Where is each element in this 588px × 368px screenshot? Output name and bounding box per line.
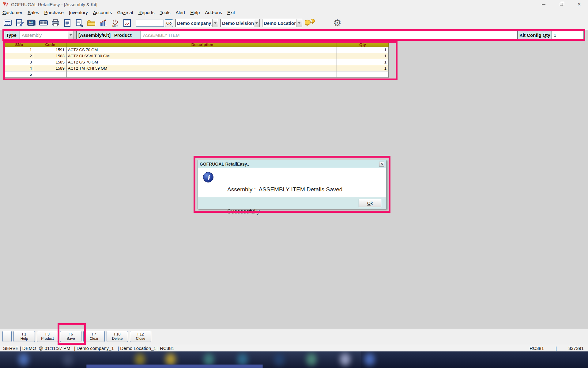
chevron-down-icon: [296, 19, 302, 27]
dialog-close-button[interactable]: ✕: [379, 162, 384, 167]
cell-code[interactable]: 1589: [34, 65, 67, 71]
table-row[interactable]: 5: [5, 71, 389, 78]
menu-add-ons[interactable]: Add-ons: [205, 10, 222, 15]
menu-accounts[interactable]: Accounts: [93, 10, 112, 15]
menu-inventory[interactable]: Inventory: [69, 10, 88, 15]
cell-qty[interactable]: 1: [337, 59, 389, 65]
go-button[interactable]: Go: [165, 19, 173, 27]
column-header-qty: Qty: [337, 42, 389, 47]
taskbar-app-icon: [340, 353, 350, 366]
taskbar-app-icon: [135, 353, 145, 366]
cell-code[interactable]: 1585: [34, 59, 67, 65]
cell-qty[interactable]: 1: [337, 53, 389, 59]
dialog-message: Assembly : ASSEMBLY ITEM Details Saved S…: [227, 171, 342, 197]
chat-icon[interactable]: [305, 18, 315, 28]
info-icon: i: [203, 172, 214, 183]
table-row[interactable]: 3 1585 ACT2 GS 70 GM 1: [5, 59, 389, 65]
menu-reports[interactable]: Reports: [138, 10, 155, 15]
title-bar: RE GOFRUGAL RetailEasy - [Assembly & Kit…: [0, 0, 588, 9]
taskbar-app-icon: [274, 353, 285, 366]
invoice-icon[interactable]: [63, 17, 72, 29]
f6-save-button[interactable]: F6Save: [60, 331, 81, 342]
status-separator: |: [556, 346, 557, 351]
cell-description[interactable]: ACT2 CLSSALT 30 GM: [67, 53, 337, 59]
cell-code[interactable]: [34, 71, 67, 78]
chevron-down-icon: [254, 19, 259, 27]
kit-config-qty-input[interactable]: 1: [552, 31, 584, 39]
taskbar-app-icon: [18, 353, 29, 366]
restore-button[interactable]: [552, 0, 570, 9]
blank-button[interactable]: [2, 331, 12, 342]
cell-sno: 2: [5, 53, 34, 59]
cell-qty[interactable]: 1: [337, 65, 389, 71]
table-row[interactable]: 2 1583 ACT2 CLSSALT 30 GM 1: [5, 53, 389, 59]
f10-delete-button[interactable]: F10Delete: [107, 331, 128, 342]
f3-product-button[interactable]: F3Product: [37, 331, 58, 342]
billing-icon[interactable]: [3, 17, 12, 29]
taskbar-app-icon: [63, 353, 73, 366]
status-left-text: SERVE | DEMO @ 01:11:37 PM | Demo compan…: [3, 346, 174, 351]
cell-sno: 1: [5, 47, 34, 53]
taskbar-highlight-bar: [86, 365, 263, 368]
application-window: RE GOFRUGAL RetailEasy - [Assembly & Kit…: [0, 0, 588, 368]
close-icon: ✕: [577, 2, 581, 7]
cell-sno: 4: [5, 65, 34, 71]
status-right-text: RC381 | 337391: [530, 346, 585, 351]
cell-code[interactable]: 1583: [34, 53, 67, 59]
cell-sno: 3: [5, 59, 34, 65]
quick-search-input[interactable]: [136, 20, 164, 27]
kit-config-qty-label: Kit Config Qty: [517, 31, 552, 39]
ok-button[interactable]: Ok: [359, 199, 381, 207]
customer-card-icon[interactable]: [27, 17, 36, 29]
cell-description[interactable]: ACT2 GS 70 GM: [67, 59, 337, 65]
menu-sales[interactable]: Sales: [28, 10, 39, 15]
location-select[interactable]: Demo Location: [262, 19, 302, 27]
close-icon: ✕: [380, 162, 383, 166]
menu-tools[interactable]: Tools: [160, 10, 171, 15]
cell-qty[interactable]: [337, 71, 389, 78]
division-select[interactable]: Demo Division: [221, 19, 260, 27]
minimize-button[interactable]: [535, 0, 552, 9]
menu-gaze-at[interactable]: Gaze at: [117, 10, 133, 15]
f1-help-button[interactable]: F1Help: [13, 331, 35, 342]
status-number: 337391: [568, 346, 584, 351]
cell-description[interactable]: [67, 71, 337, 78]
company-select[interactable]: Demo company_: [175, 19, 218, 27]
type-label: Type: [4, 31, 20, 39]
dialog-title: GOFRUGAL RetailEasy..: [200, 162, 249, 167]
sales-edit-icon[interactable]: [15, 17, 24, 29]
report-icon[interactable]: [123, 17, 132, 29]
cell-qty[interactable]: 1: [337, 47, 389, 53]
exit-power-icon[interactable]: EXIT: [111, 17, 120, 29]
table-row[interactable]: 4 1589 ACT2 TMTCHI 59 GM 1: [5, 65, 389, 71]
print-icon[interactable]: [51, 17, 60, 29]
cell-description[interactable]: ACT2 TMTCHI 59 GM: [67, 65, 337, 71]
product-field[interactable]: ASSEMBLY ITEM: [141, 31, 517, 39]
restore-icon: [560, 3, 563, 6]
settings-gear-icon[interactable]: ⚙: [333, 18, 341, 28]
taskbar-empty-area: [361, 351, 588, 368]
column-header-sno: SNo: [5, 42, 34, 47]
folder-icon[interactable]: [87, 17, 96, 29]
menu-alert[interactable]: Alert: [176, 10, 185, 15]
menu-help[interactable]: Help: [190, 10, 200, 15]
menu-exit[interactable]: Exit: [227, 10, 235, 15]
f7-clear-button[interactable]: F7Clear: [83, 331, 105, 342]
dialog-title-bar: GOFRUGAL RetailEasy.. ✕: [198, 160, 386, 168]
menu-customer[interactable]: Customer: [2, 10, 22, 15]
assembly-kit-product-label: [Assembly/Kit]Product: [76, 31, 141, 39]
windows-taskbar[interactable]: [0, 351, 588, 368]
type-dropdown[interactable]: Assembly: [20, 31, 74, 39]
taskbar-app-icon: [204, 353, 214, 366]
menu-purchase[interactable]: Purchase: [44, 10, 64, 15]
taskbar-app-icon: [306, 353, 317, 366]
taskbar-app-icon: [165, 353, 176, 366]
f12-close-button[interactable]: F12Close: [130, 331, 151, 342]
table-row[interactable]: 1 1591 ACT2 CS 70 GM 1: [5, 47, 389, 53]
cell-code[interactable]: 1591: [34, 47, 67, 53]
stock-doc-icon[interactable]: [75, 17, 84, 29]
close-button[interactable]: ✕: [570, 0, 588, 9]
barcode-icon[interactable]: [39, 17, 48, 29]
cell-description[interactable]: ACT2 CS 70 GM: [67, 47, 337, 53]
chart-icon[interactable]: [99, 17, 108, 29]
